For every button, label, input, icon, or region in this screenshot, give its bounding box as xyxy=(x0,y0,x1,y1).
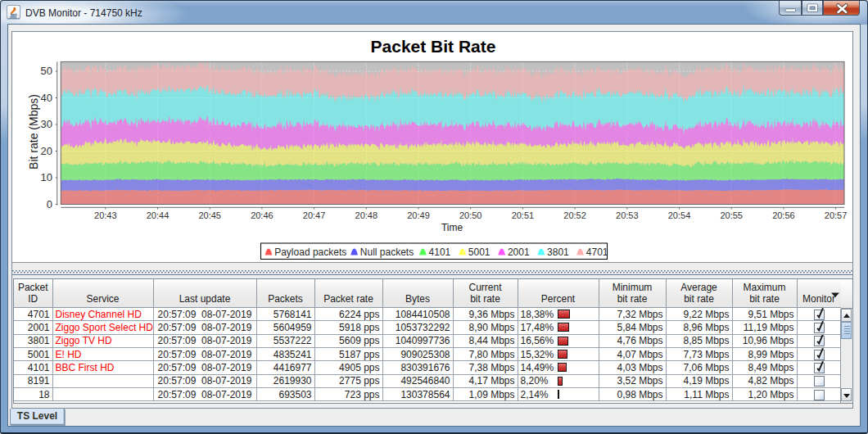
svg-text:Null packets: Null packets xyxy=(360,246,414,258)
svg-text:20:52: 20:52 xyxy=(563,210,586,220)
svg-text:20:56: 20:56 xyxy=(772,210,795,220)
svg-text:2001: 2001 xyxy=(508,246,530,258)
svg-text:3801: 3801 xyxy=(547,246,569,258)
svg-text:20:47: 20:47 xyxy=(303,210,326,220)
svg-text:20:57: 20:57 xyxy=(825,210,848,220)
svg-text:40: 40 xyxy=(41,92,52,104)
svg-text:20:46: 20:46 xyxy=(251,210,274,220)
svg-text:20:53: 20:53 xyxy=(616,210,639,220)
svg-text:20:45: 20:45 xyxy=(198,210,221,220)
svg-text:30: 30 xyxy=(41,118,52,130)
svg-text:20:55: 20:55 xyxy=(720,210,743,220)
svg-text:20:48: 20:48 xyxy=(355,210,378,220)
svg-text:20: 20 xyxy=(41,145,52,157)
svg-text:20:54: 20:54 xyxy=(668,210,691,220)
svg-text:5001: 5001 xyxy=(468,246,491,258)
svg-text:0: 0 xyxy=(47,198,52,210)
svg-text:Packet Bit Rate: Packet Bit Rate xyxy=(371,37,496,56)
svg-text:4701: 4701 xyxy=(586,246,608,258)
svg-text:Payload packets: Payload packets xyxy=(274,246,346,258)
svg-text:20:51: 20:51 xyxy=(512,210,535,220)
svg-text:20:50: 20:50 xyxy=(459,210,482,220)
svg-text:20:43: 20:43 xyxy=(94,210,117,220)
svg-text:10: 10 xyxy=(41,171,52,183)
svg-text:Bit rate (Mbps): Bit rate (Mbps) xyxy=(27,94,40,170)
svg-text:20:44: 20:44 xyxy=(147,210,170,220)
svg-text:50: 50 xyxy=(41,65,52,77)
svg-text:4101: 4101 xyxy=(429,246,451,258)
svg-text:20:49: 20:49 xyxy=(407,210,430,220)
svg-text:Time: Time xyxy=(441,222,463,233)
